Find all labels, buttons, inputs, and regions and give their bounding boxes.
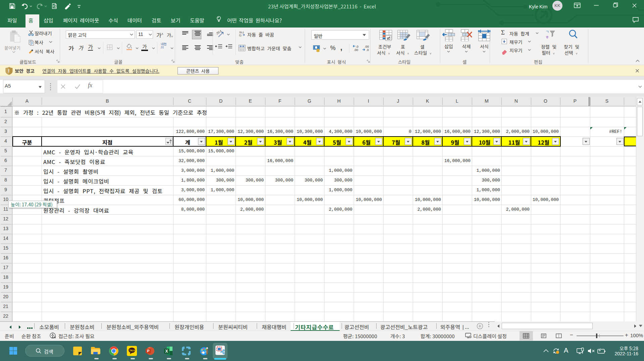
svg-text:.00: .00 (354, 48, 358, 51)
svg-text:X: X (165, 349, 168, 354)
svg-text:가나: 가나 (216, 30, 223, 36)
svg-text:ㅎ: ㅎ (545, 34, 549, 40)
svg-text:P: P (147, 349, 149, 353)
svg-text:!: ! (8, 68, 10, 73)
svg-text:.00: .00 (364, 45, 369, 48)
svg-text:다: 다 (239, 34, 242, 37)
svg-text:ㄱ: ㄱ (545, 30, 549, 34)
svg-text:TALK: TALK (130, 349, 135, 352)
svg-text:.0: .0 (366, 48, 369, 51)
svg-text:.0: .0 (356, 45, 358, 48)
